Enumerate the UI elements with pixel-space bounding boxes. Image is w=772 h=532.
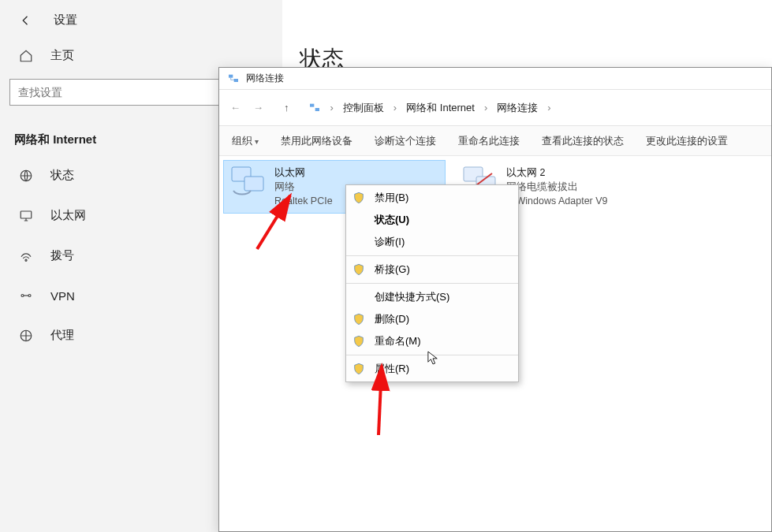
- svg-point-3: [21, 295, 24, 297]
- shield-icon: [352, 313, 365, 326]
- sidebar-item-label: 状态: [50, 168, 74, 183]
- ctx-diagnose[interactable]: 诊断(I): [346, 231, 518, 253]
- toolbar-diagnose[interactable]: 诊断这个连接: [375, 134, 436, 148]
- svg-rect-7: [234, 79, 238, 82]
- dialup-icon: [19, 249, 33, 263]
- toolbar-change[interactable]: 更改此连接的设置: [646, 134, 728, 148]
- sidebar-item-label: VPN: [50, 289, 75, 303]
- svg-rect-9: [315, 108, 319, 111]
- shield-icon: [352, 263, 365, 276]
- settings-title-row: 设置: [0, 0, 282, 39]
- ctx-label: 删除(D): [375, 312, 409, 326]
- ctx-status[interactable]: 状态(U): [346, 209, 518, 231]
- ctx-label: 重命名(M): [375, 334, 421, 348]
- ctx-label: 诊断(I): [375, 235, 405, 249]
- blank-icon: [352, 291, 365, 303]
- proxy-icon: [19, 329, 33, 343]
- adapter-status: 网络: [274, 180, 333, 194]
- adapter-name: 以太网 2: [506, 166, 608, 180]
- adapter-status: 网络电缆被拔出: [506, 180, 608, 194]
- monitor-icon: [19, 209, 33, 223]
- ctx-disable[interactable]: 禁用(B): [346, 187, 518, 209]
- shield-icon: [352, 363, 365, 375]
- sidebar-item-label: 拨号: [50, 248, 74, 263]
- cursor-icon: [427, 351, 438, 365]
- network-icon: [227, 73, 240, 85]
- toolbar-rename[interactable]: 重命名此连接: [458, 134, 520, 148]
- nc-address-bar: ← → ↑ › 控制面板 › 网络和 Internet › 网络连接 ›: [219, 90, 771, 126]
- sidebar-item-label: 代理: [50, 328, 74, 343]
- blank-icon: [352, 236, 365, 248]
- nav-forward-icon[interactable]: →: [250, 102, 267, 113]
- ctx-label: 桥接(G): [375, 262, 410, 277]
- crumb-control-panel[interactable]: 控制面板: [343, 101, 384, 115]
- ctx-delete[interactable]: 删除(D): [346, 308, 518, 330]
- chevron-right-icon: ›: [327, 102, 337, 113]
- shield-icon: [352, 335, 365, 348]
- network-connections-window: 网络连接 ← → ↑ › 控制面板 › 网络和 Internet › 网络连接 …: [218, 67, 772, 532]
- globe-icon: [19, 169, 33, 183]
- ctx-separator: [346, 255, 518, 256]
- shield-icon: [352, 192, 365, 204]
- crumb-network-connections[interactable]: 网络连接: [497, 101, 538, 115]
- svg-rect-8: [310, 103, 314, 106]
- sidebar-home-label: 主页: [50, 48, 74, 63]
- crumb-network-internet[interactable]: 网络和 Internet: [406, 101, 475, 115]
- nc-body: 以太网 网络 Realtek PCIe 以太网 2 网络电缆被拔出 P-Wind…: [219, 156, 771, 531]
- back-icon[interactable]: [19, 13, 33, 28]
- ctx-label: 状态(U): [375, 213, 409, 227]
- svg-point-4: [28, 295, 31, 297]
- adapter-device: P-Windows Adapter V9: [506, 194, 608, 208]
- blank-icon: [352, 214, 365, 226]
- toolbar-organize[interactable]: 组织: [232, 134, 259, 148]
- nc-toolbar: 组织 禁用此网络设备 诊断这个连接 重命名此连接 查看此连接的状态 更改此连接的…: [219, 126, 771, 156]
- svg-rect-11: [244, 177, 263, 191]
- nav-up-icon[interactable]: ↑: [284, 102, 289, 113]
- home-icon: [19, 49, 33, 63]
- nc-titlebar: 网络连接: [219, 68, 771, 90]
- vpn-icon: [19, 288, 33, 303]
- ctx-label: 创建快捷方式(S): [375, 290, 449, 304]
- network-icon: [308, 102, 321, 114]
- adapter-device: Realtek PCIe: [274, 194, 333, 208]
- ctx-rename[interactable]: 重命名(M): [346, 330, 518, 352]
- toolbar-disable[interactable]: 禁用此网络设备: [281, 134, 352, 148]
- adapter-icon: [229, 166, 267, 197]
- ctx-shortcut[interactable]: 创建快捷方式(S): [346, 286, 518, 308]
- ctx-bridge[interactable]: 桥接(G): [346, 259, 518, 281]
- svg-rect-1: [21, 211, 32, 218]
- chevron-right-icon: ›: [390, 102, 400, 113]
- toolbar-view-status[interactable]: 查看此连接的状态: [542, 134, 624, 148]
- ctx-label: 禁用(B): [375, 191, 408, 205]
- chevron-right-icon: ›: [481, 102, 490, 113]
- ctx-label: 属性(R): [375, 362, 409, 376]
- svg-point-2: [25, 259, 27, 261]
- nav-back-icon[interactable]: ←: [227, 102, 244, 113]
- nc-title-text: 网络连接: [246, 72, 284, 85]
- settings-title-text: 设置: [54, 13, 77, 28]
- chevron-right-icon: ›: [544, 102, 554, 113]
- adapter-name: 以太网: [274, 166, 333, 180]
- sidebar-item-label: 以太网: [50, 208, 86, 223]
- ctx-separator: [346, 283, 518, 284]
- svg-rect-6: [229, 74, 233, 77]
